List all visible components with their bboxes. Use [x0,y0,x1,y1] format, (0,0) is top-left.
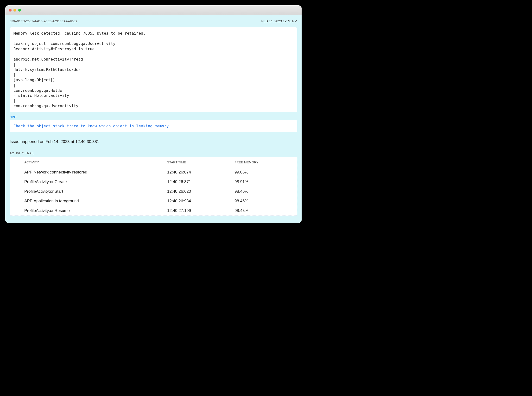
minimize-icon[interactable] [13,9,16,12]
cell-mem: 98.46% [234,189,297,194]
table-row: ProfileActivity:onResume 12:40:27:199 98… [10,206,297,216]
zoom-icon[interactable] [18,9,21,12]
cell-activity: ProfileActivity:onCreate [24,179,167,184]
table-row: APP:Application in foreground 12:40:26:9… [10,196,297,206]
cell-activity: ProfileActivity:onStart [24,189,167,194]
activity-trail-label: ACTIVITY TRAIL [10,151,297,155]
cell-start: 12:40:26:984 [167,199,234,204]
table-header: ACTIVITY START TIME FREE MEMORY [10,160,297,167]
content-pane: 589A91FD-2607-4ADF-9CE5-ACDEEAAA8609 FEB… [5,15,302,223]
cell-start: 12:40:26:371 [167,179,234,184]
app-window: 589A91FD-2607-4ADF-9CE5-ACDEEAAA8609 FEB… [5,5,302,223]
table-row: ProfileActivity:onStart 12:40:26:620 98.… [10,187,297,196]
stack-trace: Memory leak detected, causing 76055 byte… [10,27,297,112]
close-icon[interactable] [9,9,12,12]
cell-activity: APP:Application in foreground [24,199,167,204]
cell-mem: 99.05% [234,170,297,175]
col-start: START TIME [167,161,234,164]
table-row: ProfileActivity:onCreate 12:40:26:371 98… [10,177,297,187]
hint-text: Check the object stack trace to know whi… [10,120,297,132]
activity-trail-table: ACTIVITY START TIME FREE MEMORY APP:Netw… [10,157,297,216]
session-id: 589A91FD-2607-4ADF-9CE5-ACDEEAAA8609 [10,19,77,23]
titlebar [5,5,302,15]
cell-start: 12:40:26:074 [167,170,234,175]
hint-label: HINT [10,115,297,119]
table-row: APP:Network connectivity restored 12:40:… [10,167,297,177]
cell-mem: 98.46% [234,199,297,204]
cell-start: 12:40:27:199 [167,208,234,213]
cell-mem: 98.91% [234,179,297,184]
cell-mem: 98.45% [234,208,297,213]
col-activity: ACTIVITY [24,161,167,164]
cell-start: 12:40:26:620 [167,189,234,194]
cell-activity: ProfileActivity:onResume [24,208,167,213]
header-timestamp: FEB 14, 2023 12:40 PM [261,19,297,23]
issue-timestamp-line: Issue happened on Feb 14, 2023 at 12:40:… [10,139,297,144]
col-mem: FREE MEMORY [234,161,297,164]
cell-activity: APP:Network connectivity restored [24,170,167,175]
